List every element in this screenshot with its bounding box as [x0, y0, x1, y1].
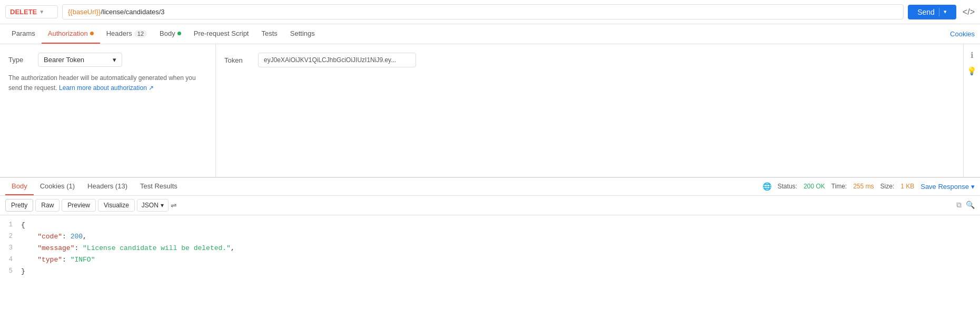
globe-icon: 🌐 — [763, 182, 771, 191]
send-divider — [939, 8, 939, 16]
copy-icon[interactable]: ⧉ — [956, 201, 962, 209]
top-bar: DELETE ▼ {{baseUrl}}/license/candidates/… — [0, 0, 980, 24]
bottom-tab-headers-label: Headers (13) — [87, 182, 127, 190]
tab-headers-label: Headers — [106, 29, 132, 37]
bottom-tab-body[interactable]: Body — [5, 178, 34, 195]
save-response-button[interactable]: Save Response ▾ — [920, 183, 975, 191]
line-num-4: 4 — [0, 254, 21, 266]
line-num-5: 5 — [0, 266, 21, 277]
url-path: /license/candidates/3 — [101, 8, 164, 16]
token-input[interactable] — [258, 53, 416, 67]
code-icon[interactable]: </> — [963, 7, 975, 17]
line-content-5: } — [21, 266, 980, 277]
tab-prerequest-label: Pre-request Script — [194, 29, 249, 37]
info-icon[interactable]: ℹ — [971, 51, 974, 60]
url-input-display[interactable]: {{baseUrl}}/license/candidates/3 — [62, 4, 904, 19]
tab-tests[interactable]: Tests — [255, 24, 283, 44]
line-num-1: 1 — [0, 219, 21, 231]
headers-badge: 12 — [134, 30, 147, 37]
response-status-bar: 🌐 Status: 200 OK Time: 255 ms Size: 1 KB… — [763, 178, 975, 195]
code-line-3: 3 "message": "License candidate will be … — [0, 243, 980, 254]
learn-more-link[interactable]: Learn more about authorization ↗ — [59, 84, 154, 92]
type-chevron-icon: ▾ — [113, 56, 116, 64]
type-select[interactable]: Bearer Token ▾ — [38, 53, 122, 67]
json-format-label: JSON — [142, 202, 159, 209]
save-response-chevron: ▾ — [971, 183, 975, 191]
send-label: Send — [917, 8, 935, 16]
format-raw-button[interactable]: Raw — [35, 199, 60, 212]
code-line-4: 4 "type": "INFO" — [0, 254, 980, 266]
bottom-section: Body Cookies (1) Headers (13) Test Resul… — [0, 177, 980, 311]
tab-settings[interactable]: Settings — [284, 24, 321, 44]
line-num-2: 2 — [0, 231, 21, 243]
lightbulb-icon[interactable]: 💡 — [967, 66, 977, 76]
bottom-tab-body-label: Body — [12, 182, 27, 190]
body-format-toolbar: Pretty Raw Preview Visualize JSON ▾ ⇌ ⧉ … — [0, 196, 980, 215]
json-format-select[interactable]: JSON ▾ — [137, 199, 169, 212]
save-response-label: Save Response — [920, 183, 969, 191]
type-label: Type — [8, 56, 29, 64]
method-label: DELETE — [10, 8, 37, 16]
filter-icon[interactable]: ⇌ — [171, 201, 177, 209]
format-pretty-button[interactable]: Pretty — [5, 199, 33, 212]
bottom-tab-cookies[interactable]: Cookies (1) — [34, 178, 81, 195]
status-label: Status: — [778, 183, 797, 190]
code-line-1: 1 { — [0, 219, 980, 231]
time-label: Time: — [831, 183, 847, 190]
tab-body-label: Body — [160, 29, 175, 37]
token-label: Token — [224, 56, 245, 64]
type-value: Bearer Token — [44, 56, 84, 64]
main-content: Type Bearer Token ▾ The authorization he… — [0, 44, 980, 177]
size-value: 1 KB — [900, 183, 914, 190]
bottom-tab-test-results[interactable]: Test Results — [134, 178, 184, 195]
authorization-dot — [90, 32, 94, 35]
line-content-4: "type": "INFO" — [21, 254, 980, 266]
bottom-tab-test-results-label: Test Results — [140, 182, 177, 190]
method-select[interactable]: DELETE ▼ — [5, 5, 58, 18]
tab-authorization[interactable]: Authorization — [42, 24, 100, 44]
json-chevron-icon: ▾ — [161, 202, 164, 209]
bottom-tab-cookies-label: Cookies (1) — [40, 182, 75, 190]
code-line-2: 2 "code": 200, — [0, 231, 980, 243]
line-content-2: "code": 200, — [21, 231, 980, 243]
line-content-3: "message": "License candidate will be de… — [21, 243, 980, 254]
tab-settings-label: Settings — [290, 29, 315, 37]
method-chevron-icon: ▼ — [39, 9, 44, 15]
auth-info-text: The authorization header will be automat… — [8, 73, 207, 93]
send-arrow-icon: ▾ — [944, 8, 947, 15]
send-button[interactable]: Send ▾ — [908, 5, 956, 19]
format-visualize-button[interactable]: Visualize — [98, 199, 135, 212]
code-line-5: 5 } — [0, 266, 980, 277]
response-body: 1 { 2 "code": 200, 3 "message": "License… — [0, 215, 980, 311]
cookies-link[interactable]: Cookies — [950, 25, 975, 43]
tab-headers[interactable]: Headers 12 — [100, 24, 153, 44]
line-num-3: 3 — [0, 243, 21, 254]
auth-left-panel: Type Bearer Token ▾ The authorization he… — [0, 44, 216, 177]
status-value: 200 OK — [804, 183, 825, 190]
tab-body[interactable]: Body — [153, 24, 187, 44]
format-preview-button[interactable]: Preview — [62, 199, 96, 212]
bottom-tabs-row: Body Cookies (1) Headers (13) Test Resul… — [0, 178, 980, 196]
time-value: 255 ms — [853, 183, 874, 190]
tab-tests-label: Tests — [261, 29, 277, 37]
tab-authorization-label: Authorization — [48, 29, 88, 37]
tab-params[interactable]: Params — [5, 24, 42, 44]
type-row: Type Bearer Token ▾ — [8, 53, 207, 67]
request-tabs: Params Authorization Headers 12 Body Pre… — [0, 24, 980, 44]
auth-right-panel: Token — [216, 44, 963, 177]
token-row: Token — [224, 53, 955, 67]
line-content-1: { — [21, 219, 980, 231]
tab-params-label: Params — [12, 29, 35, 37]
body-action-icons: ⧉ 🔍 — [956, 201, 975, 209]
bottom-tab-headers[interactable]: Headers (13) — [81, 178, 134, 195]
body-dot — [177, 32, 181, 35]
url-base: {{baseUrl}} — [68, 8, 101, 16]
size-label: Size: — [880, 183, 895, 190]
tab-prerequest[interactable]: Pre-request Script — [187, 24, 255, 44]
search-icon[interactable]: 🔍 — [966, 201, 975, 209]
right-side-icons: ℹ 💡 — [963, 44, 980, 177]
